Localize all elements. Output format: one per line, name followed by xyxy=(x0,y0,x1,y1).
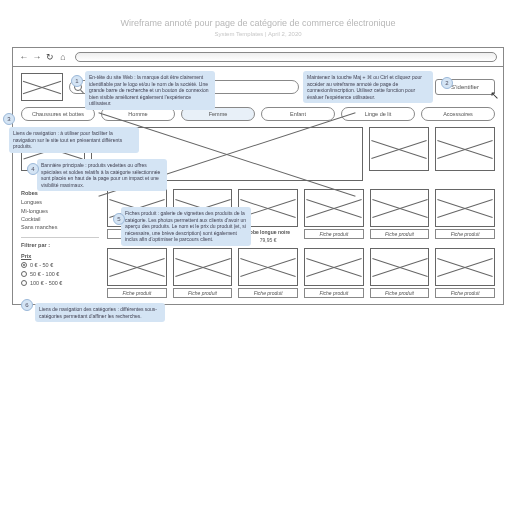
product-card[interactable]: Fiche produit xyxy=(370,248,430,298)
browser-frame: ← → ↻ ⌂ herche S'identifier ↖ Chaussures… xyxy=(12,47,504,305)
product-card[interactable]: Fiche produit xyxy=(370,189,430,243)
product-label: Fiche produit xyxy=(435,288,495,298)
product-card[interactable]: Fiche produit xyxy=(435,248,495,298)
back-icon[interactable]: ← xyxy=(19,52,29,62)
annotation-number: 5 xyxy=(113,213,125,225)
page-title: Wireframe annoté pour page de catégorie … xyxy=(12,18,504,28)
url-bar[interactable] xyxy=(75,52,497,62)
annotation-number: 4 xyxy=(27,163,39,175)
product-image xyxy=(370,189,430,227)
product-label: Fiche produit xyxy=(304,229,364,239)
cursor-icon: ↖ xyxy=(490,89,499,102)
price-header: Prix xyxy=(21,252,99,260)
product-card[interactable]: Fiche produit xyxy=(238,248,298,298)
annotation-callout: Bannière principale : produits vedettes … xyxy=(37,159,167,191)
product-card[interactable]: Fiche produit xyxy=(304,248,364,298)
logo-placeholder xyxy=(21,73,63,101)
product-image xyxy=(304,248,364,286)
product-card[interactable]: Fiche produit xyxy=(107,248,167,298)
page-canvas: herche S'identifier ↖ Chaussures et bott… xyxy=(13,67,503,304)
product-price: 79,95 € xyxy=(260,237,277,243)
product-image xyxy=(107,248,167,286)
product-image xyxy=(435,189,495,227)
product-card[interactable]: Fiche produit xyxy=(435,189,495,243)
sidebar: Robes LonguesMi-longuesCocktailSans manc… xyxy=(21,189,99,298)
sidebar-cat-link[interactable]: Longues xyxy=(21,198,99,206)
nav-item[interactable]: Enfant xyxy=(261,107,335,121)
product-label: Fiche produit xyxy=(173,288,233,298)
price-filter-option[interactable]: 0 € - 50 € xyxy=(21,261,99,269)
radio-icon xyxy=(21,262,27,268)
annotation-number: 2 xyxy=(441,77,453,89)
product-card[interactable]: Fiche produit xyxy=(173,248,233,298)
banner-image xyxy=(369,127,429,171)
product-label: Fiche produit xyxy=(238,288,298,298)
product-name: Robe longue noire xyxy=(246,229,290,235)
product-image xyxy=(435,248,495,286)
annotation-callout: En-tête du site Web : la marque doit êtr… xyxy=(85,71,215,110)
product-label: Fiche produit xyxy=(304,288,364,298)
sidebar-cat-link[interactable]: Cocktail xyxy=(21,215,99,223)
product-label: Fiche produit xyxy=(435,229,495,239)
annotation-callout: Maintenez la touche Maj + ⌘ ou Ctrl et c… xyxy=(303,71,433,103)
price-label: 50 € - 100 € xyxy=(30,270,59,278)
price-filter-option[interactable]: 100 € - 500 € xyxy=(21,279,99,287)
nav-item[interactable]: Accessoires xyxy=(421,107,495,121)
browser-toolbar: ← → ↻ ⌂ xyxy=(13,48,503,67)
nav-item[interactable]: Chaussures et bottes xyxy=(21,107,95,121)
product-image xyxy=(238,248,298,286)
product-label: Fiche produit xyxy=(107,288,167,298)
annotation-callout: Fiches produit : galerie de vignettes de… xyxy=(121,207,251,246)
forward-icon[interactable]: → xyxy=(32,52,42,62)
sidebar-cat-link[interactable]: Mi-longues xyxy=(21,207,99,215)
reload-icon[interactable]: ↻ xyxy=(45,52,55,62)
product-label: Fiche produit xyxy=(370,288,430,298)
annotation-callout: Liens de navigation : à utiliser pour fa… xyxy=(9,127,139,153)
price-label: 0 € - 50 € xyxy=(30,261,53,269)
price-filter-option[interactable]: 50 € - 100 € xyxy=(21,270,99,278)
radio-icon xyxy=(21,271,27,277)
home-icon[interactable]: ⌂ xyxy=(58,52,68,62)
product-image xyxy=(173,248,233,286)
annotation-callout: Liens de navigation des catégories : dif… xyxy=(35,303,165,322)
product-image xyxy=(370,248,430,286)
banner-image xyxy=(435,127,495,171)
filter-header: Filtrer par : xyxy=(21,237,99,249)
product-card[interactable]: Fiche produit xyxy=(304,189,364,243)
annotation-number: 6 xyxy=(21,299,33,311)
product-image xyxy=(304,189,364,227)
sidebar-cat-link[interactable]: Sans manches xyxy=(21,223,99,231)
radio-icon xyxy=(21,280,27,286)
page-subtitle: System Templates | April 2, 2020 xyxy=(12,31,504,37)
price-label: 100 € - 500 € xyxy=(30,279,62,287)
product-label: Fiche produit xyxy=(370,229,430,239)
annotation-number: 1 xyxy=(71,75,83,87)
annotation-number: 3 xyxy=(3,113,15,125)
